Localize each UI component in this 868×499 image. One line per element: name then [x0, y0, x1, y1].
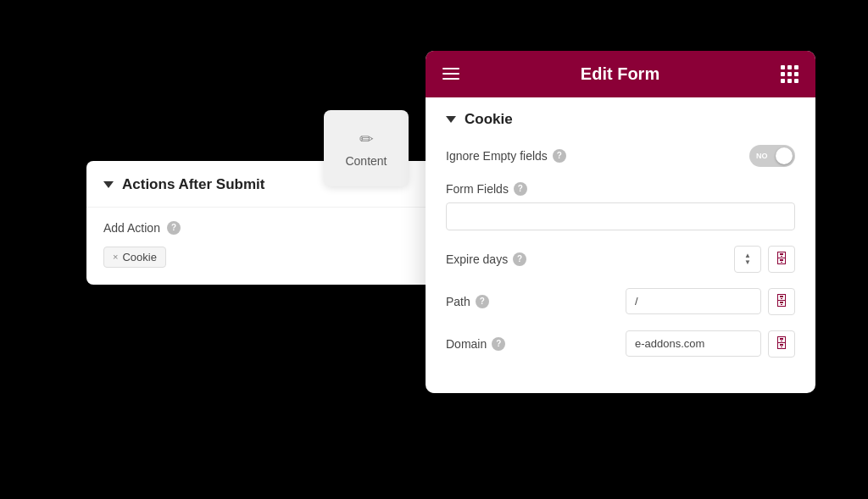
add-action-row: Add Action ?	[103, 221, 426, 235]
pencil-icon: ✏	[359, 129, 374, 149]
add-action-help-icon[interactable]: ?	[167, 221, 181, 235]
spinner-down[interactable]: ▼	[744, 259, 751, 266]
expire-days-input-group: ▲ ▼ 🗄	[734, 246, 795, 273]
hamburger-line-1	[442, 68, 459, 69]
domain-row: Domain ? 🗄	[446, 330, 795, 358]
content-label: Content	[345, 154, 387, 168]
path-input[interactable]	[626, 288, 761, 314]
edit-form-title: Edit Form	[581, 64, 659, 84]
path-help-icon[interactable]: ?	[476, 295, 489, 308]
expire-days-row: Expire days ? ▲ ▼ 🗄	[446, 246, 795, 273]
cookie-tag[interactable]: × Cookie	[103, 247, 166, 268]
edit-form-header: Edit Form	[426, 51, 815, 97]
hamburger-icon[interactable]	[442, 68, 459, 80]
edit-form-card: Edit Form Cookie Ignore Empty fields ?	[426, 51, 815, 393]
expire-days-label: Expire days ?	[446, 252, 526, 266]
path-db-btn[interactable]: 🗄	[768, 288, 795, 315]
expire-days-db-btn[interactable]: 🗄	[768, 246, 795, 273]
path-text: Path	[446, 295, 470, 308]
ignore-empty-text: Ignore Empty fields	[446, 149, 548, 163]
domain-db-btn[interactable]: 🗄	[768, 330, 795, 358]
path-db-icon: 🗄	[775, 294, 788, 309]
section-chevron-icon[interactable]	[446, 116, 456, 123]
expire-days-db-icon: 🗄	[775, 252, 788, 267]
ignore-empty-label: Ignore Empty fields ?	[446, 149, 566, 163]
toggle-knob	[776, 147, 793, 164]
form-fields-row: Form Fields ?	[446, 182, 795, 230]
ignore-empty-help-icon[interactable]: ?	[553, 149, 566, 163]
domain-input-group: 🗄	[626, 330, 795, 358]
form-fields-input[interactable]	[446, 202, 795, 230]
hamburger-line-2	[442, 73, 459, 75]
scene: Actions After Submit Add Action ? × Cook…	[53, 25, 815, 474]
domain-db-icon: 🗄	[775, 336, 788, 352]
path-input-group: 🗄	[626, 288, 795, 315]
cookie-tag-remove-icon[interactable]: ×	[113, 252, 118, 262]
cookie-tag-label: Cookie	[122, 251, 156, 263]
hamburger-line-3	[442, 78, 459, 80]
content-button[interactable]: ✏ Content	[324, 110, 409, 186]
add-action-label: Add Action	[103, 221, 160, 235]
path-row: Path ? 🗄	[446, 288, 795, 315]
expire-days-help-icon[interactable]: ?	[513, 252, 526, 266]
grid-icon[interactable]	[781, 65, 798, 83]
ignore-empty-toggle[interactable]: NO	[749, 145, 795, 167]
domain-input[interactable]	[626, 330, 761, 357]
path-label: Path ?	[446, 295, 489, 308]
actions-card-title: Actions After Submit	[122, 176, 264, 193]
form-fields-help-icon[interactable]: ?	[514, 182, 527, 196]
domain-label: Domain ?	[446, 337, 505, 351]
domain-text: Domain	[446, 337, 487, 351]
domain-help-icon[interactable]: ?	[492, 337, 505, 351]
form-fields-text: Form Fields	[446, 182, 509, 196]
edit-form-body: Cookie Ignore Empty fields ? NO Fo	[426, 97, 815, 393]
section-title: Cookie	[465, 111, 513, 128]
actions-card-body: Add Action ? × Cookie	[86, 208, 442, 285]
expire-days-spinner[interactable]: ▲ ▼	[734, 246, 761, 273]
toggle-no-label: NO	[756, 152, 768, 160]
chevron-down-icon[interactable]	[103, 181, 114, 188]
section-header: Cookie	[446, 111, 795, 128]
expire-days-text: Expire days	[446, 252, 508, 266]
ignore-empty-row: Ignore Empty fields ? NO	[446, 145, 795, 167]
form-fields-label: Form Fields ?	[446, 182, 527, 196]
toggle-switch[interactable]: NO	[749, 145, 795, 167]
